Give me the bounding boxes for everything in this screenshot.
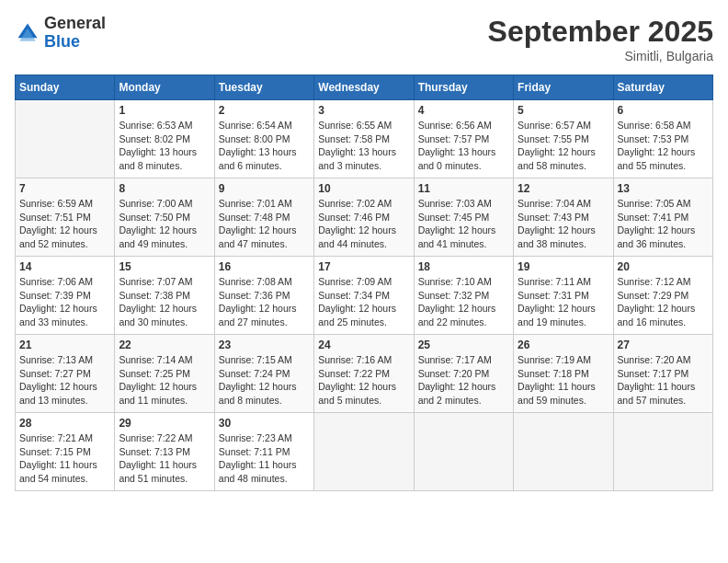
calendar-cell: 12Sunrise: 7:04 AMSunset: 7:43 PMDayligh… (514, 178, 613, 257)
calendar-cell: 18Sunrise: 7:10 AMSunset: 7:32 PMDayligh… (414, 257, 513, 335)
calendar-cell: 11Sunrise: 7:03 AMSunset: 7:45 PMDayligh… (414, 178, 513, 257)
calendar-cell: 16Sunrise: 7:08 AMSunset: 7:36 PMDayligh… (214, 257, 313, 335)
calendar-cell: 2Sunrise: 6:54 AMSunset: 8:00 PMDaylight… (214, 100, 313, 178)
day-info: Sunrise: 6:53 AMSunset: 8:02 PMDaylight:… (119, 119, 210, 173)
day-info: Sunrise: 7:09 AMSunset: 7:34 PMDaylight:… (318, 275, 409, 329)
day-number: 14 (19, 260, 110, 273)
calendar-cell (414, 413, 513, 491)
day-info: Sunrise: 7:13 AMSunset: 7:27 PMDaylight:… (19, 353, 110, 408)
logo-icon (15, 20, 40, 46)
calendar-cell: 1Sunrise: 6:53 AMSunset: 8:02 PMDaylight… (115, 100, 214, 178)
calendar-cell: 29Sunrise: 7:22 AMSunset: 7:13 PMDayligh… (115, 413, 214, 491)
day-number: 28 (19, 417, 110, 430)
day-info: Sunrise: 7:06 AMSunset: 7:39 PMDaylight:… (19, 275, 110, 329)
day-info: Sunrise: 6:56 AMSunset: 7:57 PMDaylight:… (418, 119, 509, 173)
day-number: 5 (518, 104, 609, 117)
day-number: 17 (318, 260, 409, 273)
day-number: 21 (19, 339, 110, 351)
calendar-cell (514, 413, 613, 491)
day-info: Sunrise: 6:59 AMSunset: 7:51 PMDaylight:… (19, 197, 110, 251)
week-row-2: 7Sunrise: 6:59 AMSunset: 7:51 PMDaylight… (16, 178, 713, 257)
day-info: Sunrise: 7:08 AMSunset: 7:36 PMDaylight:… (219, 275, 310, 329)
day-info: Sunrise: 7:07 AMSunset: 7:38 PMDaylight:… (119, 275, 210, 329)
calendar-cell: 17Sunrise: 7:09 AMSunset: 7:34 PMDayligh… (314, 257, 414, 335)
day-number: 8 (119, 182, 210, 195)
calendar-cell (16, 100, 115, 178)
day-number: 12 (518, 182, 609, 195)
calendar-cell: 20Sunrise: 7:12 AMSunset: 7:29 PMDayligh… (613, 257, 712, 335)
logo-general-text: General (44, 15, 106, 33)
day-number: 27 (618, 339, 709, 351)
calendar-cell: 30Sunrise: 7:23 AMSunset: 7:11 PMDayligh… (214, 413, 313, 491)
logo-text: General Blue (44, 15, 106, 52)
calendar-cell (613, 413, 712, 491)
calendar-cell: 28Sunrise: 7:21 AMSunset: 7:15 PMDayligh… (16, 413, 115, 491)
week-row-1: 1Sunrise: 6:53 AMSunset: 8:02 PMDaylight… (16, 100, 713, 178)
day-header-friday: Friday (514, 75, 613, 100)
day-info: Sunrise: 7:19 AMSunset: 7:18 PMDaylight:… (518, 353, 609, 408)
title-block: September 2025 Simitli, Bulgaria (488, 15, 713, 63)
day-number: 18 (418, 260, 509, 273)
day-number: 20 (618, 260, 709, 273)
day-number: 4 (418, 104, 509, 117)
calendar-cell: 5Sunrise: 6:57 AMSunset: 7:55 PMDaylight… (514, 100, 613, 178)
calendar-cell: 4Sunrise: 6:56 AMSunset: 7:57 PMDaylight… (414, 100, 513, 178)
day-number: 29 (119, 417, 210, 430)
day-info: Sunrise: 7:03 AMSunset: 7:45 PMDaylight:… (418, 197, 509, 251)
day-number: 15 (119, 260, 210, 273)
day-header-monday: Monday (115, 75, 214, 100)
day-info: Sunrise: 7:11 AMSunset: 7:31 PMDaylight:… (518, 275, 609, 329)
calendar-cell: 22Sunrise: 7:14 AMSunset: 7:25 PMDayligh… (115, 335, 214, 413)
day-header-tuesday: Tuesday (214, 75, 313, 100)
day-header-saturday: Saturday (613, 75, 712, 100)
day-info: Sunrise: 7:16 AMSunset: 7:22 PMDaylight:… (318, 353, 409, 408)
day-number: 30 (219, 417, 310, 430)
calendar-cell: 24Sunrise: 7:16 AMSunset: 7:22 PMDayligh… (314, 335, 414, 413)
calendar-cell: 15Sunrise: 7:07 AMSunset: 7:38 PMDayligh… (115, 257, 214, 335)
week-row-4: 21Sunrise: 7:13 AMSunset: 7:27 PMDayligh… (16, 335, 713, 413)
day-info: Sunrise: 7:20 AMSunset: 7:17 PMDaylight:… (618, 353, 709, 408)
logo: General Blue (15, 15, 106, 52)
week-row-3: 14Sunrise: 7:06 AMSunset: 7:39 PMDayligh… (16, 257, 713, 335)
day-info: Sunrise: 7:14 AMSunset: 7:25 PMDaylight:… (119, 353, 210, 408)
day-info: Sunrise: 6:55 AMSunset: 7:58 PMDaylight:… (318, 119, 409, 173)
day-number: 24 (318, 339, 409, 351)
day-info: Sunrise: 7:10 AMSunset: 7:32 PMDaylight:… (418, 275, 509, 329)
day-number: 6 (618, 104, 709, 117)
calendar-cell: 6Sunrise: 6:58 AMSunset: 7:53 PMDaylight… (613, 100, 712, 178)
calendar-cell: 19Sunrise: 7:11 AMSunset: 7:31 PMDayligh… (514, 257, 613, 335)
calendar-cell: 27Sunrise: 7:20 AMSunset: 7:17 PMDayligh… (613, 335, 712, 413)
day-info: Sunrise: 7:22 AMSunset: 7:13 PMDaylight:… (119, 431, 210, 486)
calendar-cell: 14Sunrise: 7:06 AMSunset: 7:39 PMDayligh… (16, 257, 115, 335)
day-info: Sunrise: 7:21 AMSunset: 7:15 PMDaylight:… (19, 431, 110, 486)
day-header-thursday: Thursday (414, 75, 513, 100)
week-row-5: 28Sunrise: 7:21 AMSunset: 7:15 PMDayligh… (16, 413, 713, 491)
calendar-cell: 26Sunrise: 7:19 AMSunset: 7:18 PMDayligh… (514, 335, 613, 413)
day-number: 10 (318, 182, 409, 195)
day-number: 11 (418, 182, 509, 195)
day-number: 25 (418, 339, 509, 351)
day-number: 7 (19, 182, 110, 195)
day-info: Sunrise: 7:04 AMSunset: 7:43 PMDaylight:… (518, 197, 609, 251)
day-info: Sunrise: 7:23 AMSunset: 7:11 PMDaylight:… (219, 431, 310, 486)
day-header-wednesday: Wednesday (314, 75, 414, 100)
day-info: Sunrise: 7:01 AMSunset: 7:48 PMDaylight:… (219, 197, 310, 251)
day-info: Sunrise: 7:12 AMSunset: 7:29 PMDaylight:… (618, 275, 709, 329)
day-info: Sunrise: 6:58 AMSunset: 7:53 PMDaylight:… (618, 119, 709, 173)
day-header-sunday: Sunday (16, 75, 115, 100)
day-number: 3 (318, 104, 409, 117)
calendar-cell: 13Sunrise: 7:05 AMSunset: 7:41 PMDayligh… (613, 178, 712, 257)
day-number: 9 (219, 182, 310, 195)
month-title: September 2025 (488, 15, 713, 49)
day-info: Sunrise: 7:02 AMSunset: 7:46 PMDaylight:… (318, 197, 409, 251)
day-number: 22 (119, 339, 210, 351)
day-number: 26 (518, 339, 609, 351)
day-number: 19 (518, 260, 609, 273)
page-header: General Blue September 2025 Simitli, Bul… (15, 15, 713, 63)
day-number: 23 (219, 339, 310, 351)
day-number: 1 (119, 104, 210, 117)
calendar-cell: 8Sunrise: 7:00 AMSunset: 7:50 PMDaylight… (115, 178, 214, 257)
days-header-row: SundayMondayTuesdayWednesdayThursdayFrid… (16, 75, 713, 100)
calendar-cell: 10Sunrise: 7:02 AMSunset: 7:46 PMDayligh… (314, 178, 414, 257)
calendar-cell: 9Sunrise: 7:01 AMSunset: 7:48 PMDaylight… (214, 178, 313, 257)
